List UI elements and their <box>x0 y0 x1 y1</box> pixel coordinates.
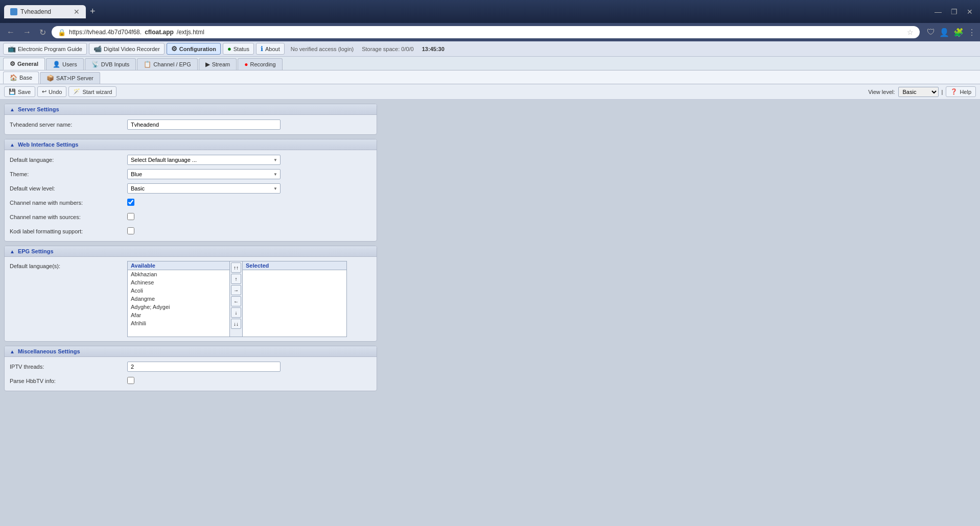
dvb-tab-icon: 📡 <box>91 61 99 68</box>
epg-label: Electronic Program Guide <box>18 46 82 52</box>
parse-hbbtv-row: Parse HbbTV info: <box>10 375 371 387</box>
channel-sources-label: Channel name with sources: <box>10 214 127 220</box>
channel-sources-control <box>127 213 371 222</box>
channel-sources-row: Channel name with sources: <box>10 211 371 223</box>
server-name-input[interactable] <box>127 119 281 130</box>
subtab-satip[interactable]: 📦 SAT>IP Server <box>40 72 100 84</box>
collapse-icon2[interactable]: ▲ <box>10 142 15 148</box>
list-item[interactable]: Afar <box>128 311 229 319</box>
epg-move-top-btn[interactable]: ↑↑ <box>231 262 241 273</box>
epg-available-list: Available Abkhazian Achinese Acoli Adang… <box>128 261 230 337</box>
sub-tabs-row: 🏠 Base 📦 SAT>IP Server <box>0 70 980 84</box>
config-tabs-row: ⚙ General 👤 Users 📡 DVB Inputs 📋 Channel… <box>0 57 980 70</box>
kodi-row: Kodi label formatting support: <box>10 226 371 237</box>
close-button[interactable]: ✕ <box>964 7 976 17</box>
undo-label: Undo <box>49 89 62 95</box>
address-bar[interactable]: 🔒 https://tvhead.4b7d704f68.cfloat.app/e… <box>52 26 920 38</box>
login-status: No verified access (login) <box>291 46 354 52</box>
undo-button[interactable]: ↩ Undo <box>37 86 66 97</box>
epg-collapse-icon[interactable]: ▲ <box>10 249 15 254</box>
general-tab-label: General <box>17 61 38 67</box>
theme-wrapper: Blue Gray Access <box>127 169 281 179</box>
misc-collapse-icon[interactable]: ▲ <box>10 349 15 354</box>
tab-general[interactable]: ⚙ General <box>3 58 45 70</box>
bookmark-icon[interactable]: ☆ <box>907 28 914 36</box>
subtab-base[interactable]: 🏠 Base <box>3 71 39 84</box>
list-item[interactable]: Adangme <box>128 295 229 303</box>
help-separator: | <box>942 89 943 95</box>
tab-users[interactable]: 👤 Users <box>46 58 84 70</box>
url-domain: cfloat.app <box>145 29 174 36</box>
epg-nav-btn[interactable]: 📺 Electronic Program Guide <box>3 43 87 55</box>
iptv-threads-input[interactable] <box>127 362 281 372</box>
refresh-button[interactable]: ↻ <box>37 27 49 38</box>
list-item[interactable]: Afrihili <box>128 319 229 327</box>
dvr-nav-btn[interactable]: 📹 Digital Video Recorder <box>89 43 165 55</box>
channel-sources-checkbox[interactable] <box>127 213 134 220</box>
profile-icon[interactable]: 👤 <box>939 28 949 37</box>
epg-available-body[interactable]: Abkhazian Achinese Acoli Adangme Adyghe;… <box>128 270 229 337</box>
status-nav-btn[interactable]: ● Status <box>223 43 254 55</box>
config-nav-btn[interactable]: ⚙ Configuration <box>167 43 221 55</box>
default-view-label: Default view level: <box>10 185 127 192</box>
wizard-button[interactable]: 🪄 Start wizard <box>68 86 116 97</box>
epg-move-up-btn[interactable]: ↑ <box>231 274 241 284</box>
channel-numbers-checkbox[interactable] <box>127 199 134 206</box>
recording-tab-icon: ● <box>244 61 248 68</box>
view-level-select[interactable]: Basic Advanced Expert <box>898 87 939 97</box>
epg-add-btn[interactable]: → <box>231 285 241 295</box>
back-button[interactable]: ← <box>4 27 17 38</box>
address-bar-row: ← → ↻ 🔒 https://tvhead.4b7d704f68.cfloat… <box>0 23 980 41</box>
theme-select[interactable]: Blue Gray Access <box>127 169 281 179</box>
minimize-button[interactable]: — <box>931 7 945 17</box>
default-language-control: Select Default language ... English Germ… <box>127 155 371 165</box>
new-tab-button[interactable]: + <box>88 6 98 17</box>
tab-channel-epg[interactable]: 📋 Channel / EPG <box>137 58 197 70</box>
kodi-checkbox[interactable] <box>127 227 134 234</box>
help-button[interactable]: ❓ Help <box>946 86 976 97</box>
parse-hbbtv-checkbox[interactable] <box>127 377 134 384</box>
parse-hbbtv-control <box>127 377 371 386</box>
server-settings-header: ▲ Server Settings <box>5 104 377 115</box>
list-item[interactable]: Abkhazian <box>128 270 229 278</box>
collapse-icon[interactable]: ▲ <box>10 107 15 112</box>
tab-close-btn[interactable]: ✕ <box>74 8 80 16</box>
list-item[interactable]: Achinese <box>128 278 229 286</box>
base-label: Base <box>19 75 32 81</box>
action-bar: 💾 Save ↩ Undo 🪄 Start wizard View level:… <box>0 84 980 100</box>
view-level-label: View level: <box>868 89 895 95</box>
epg-move-down-btn[interactable]: ↓ <box>231 307 241 318</box>
epg-remove-btn[interactable]: ← <box>231 296 241 306</box>
extensions-icon[interactable]: 🧩 <box>953 28 964 37</box>
users-tab-icon: 👤 <box>53 61 60 68</box>
menu-icon[interactable]: ⋮ <box>968 28 976 37</box>
server-name-label: Tvheadend server name: <box>10 122 127 128</box>
satip-label: SAT>IP Server <box>56 75 94 81</box>
browser-actions: 🛡 👤 🧩 ⋮ <box>927 28 976 37</box>
tab-title: Tvheadend <box>20 8 51 15</box>
misc-settings-header: ▲ Miscellaneous Settings <box>5 346 377 357</box>
dvr-label: Digital Video Recorder <box>104 46 160 52</box>
save-icon: 💾 <box>9 88 16 95</box>
list-item[interactable]: Adyghe; Adygei <box>128 303 229 311</box>
default-view-select[interactable]: Basic Advanced Expert <box>127 183 281 194</box>
list-item[interactable]: Acoli <box>128 286 229 295</box>
epg-lang-label: Default language(s): <box>10 261 127 269</box>
server-name-field <box>127 119 371 130</box>
epg-selected-body[interactable] <box>243 270 346 337</box>
status-icon: ● <box>227 45 231 53</box>
tab-stream[interactable]: ▶ Stream <box>199 58 237 70</box>
server-settings-title: Server Settings <box>18 106 59 112</box>
top-nav-bar: 📺 Electronic Program Guide 📹 Digital Vid… <box>0 41 980 57</box>
maximize-button[interactable]: ❐ <box>948 7 961 17</box>
tab-dvb-inputs[interactable]: 📡 DVB Inputs <box>85 58 136 70</box>
shield-icon: 🛡 <box>927 28 935 37</box>
tab-recording[interactable]: ● Recording <box>238 58 282 70</box>
active-tab[interactable]: Tvheadend ✕ <box>4 5 86 18</box>
forward-button[interactable]: → <box>20 27 34 38</box>
epg-settings-header: ▲ EPG Settings <box>5 246 377 257</box>
save-button[interactable]: 💾 Save <box>4 86 35 97</box>
about-nav-btn[interactable]: ℹ About <box>256 43 285 55</box>
epg-move-bottom-btn[interactable]: ↓↓ <box>231 319 241 329</box>
default-language-select[interactable]: Select Default language ... English Germ… <box>127 155 281 165</box>
